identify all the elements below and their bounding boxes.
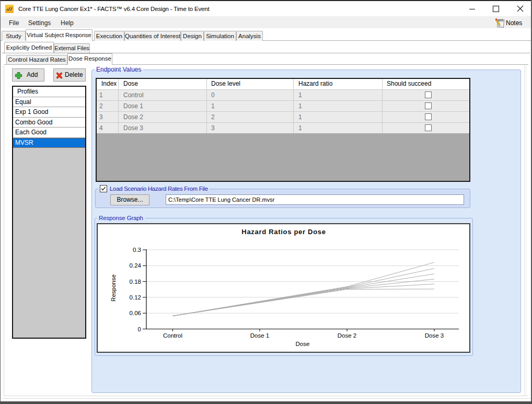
svg-text:Response: Response — [110, 274, 117, 302]
svg-text:Hazard Ratios per Dose: Hazard Ratios per Dose — [241, 228, 326, 236]
svg-text:Dose 2: Dose 2 — [338, 332, 356, 339]
svg-text:Control: Control — [163, 332, 182, 339]
svg-text:0.24: 0.24 — [130, 262, 142, 269]
svg-text:0.18: 0.18 — [130, 279, 141, 285]
svg-text:Dose 1: Dose 1 — [250, 332, 269, 339]
svg-text:Dose: Dose — [296, 341, 310, 347]
svg-text:0.06: 0.06 — [130, 310, 141, 316]
svg-text:0: 0 — [138, 326, 141, 332]
svg-text:Dose 3: Dose 3 — [425, 332, 444, 339]
svg-text:0.3: 0.3 — [133, 247, 141, 253]
svg-text:0.12: 0.12 — [130, 294, 141, 301]
